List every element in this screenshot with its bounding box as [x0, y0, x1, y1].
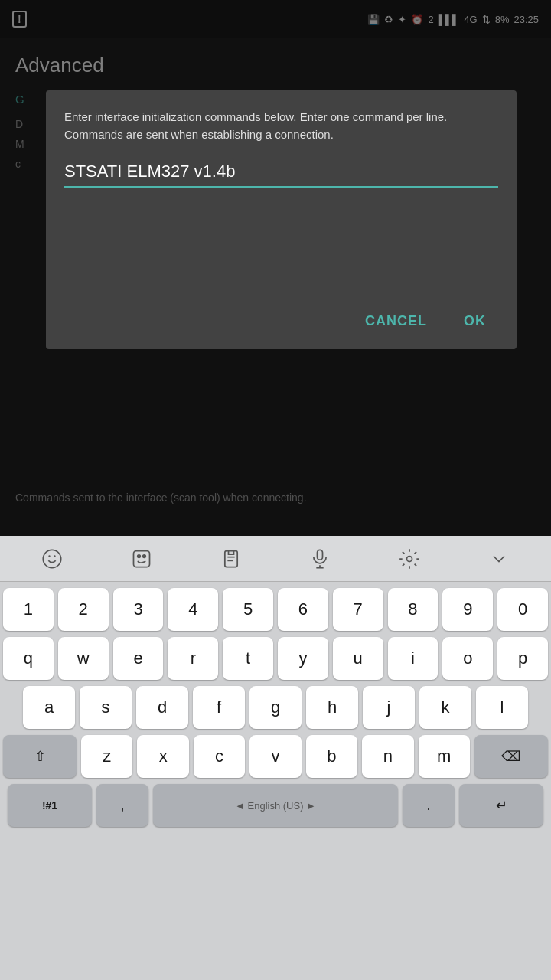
key-0[interactable]: 0 — [497, 588, 548, 631]
key-w[interactable]: w — [58, 637, 109, 680]
key-b[interactable]: b — [306, 735, 357, 778]
microphone-icon — [309, 548, 331, 570]
key-k[interactable]: k — [419, 686, 471, 729]
svg-rect-9 — [318, 550, 323, 560]
collapse-button[interactable] — [479, 542, 519, 576]
keyboard-rows: 1 2 3 4 5 6 7 8 9 0 q w e r t y u i o p … — [0, 582, 551, 836]
key-s[interactable]: s — [80, 686, 132, 729]
sticker-button[interactable] — [122, 542, 161, 576]
emoji-icon — [41, 548, 63, 570]
key-d[interactable]: d — [136, 686, 188, 729]
key-z[interactable]: z — [81, 735, 132, 778]
command-input[interactable] — [64, 158, 498, 185]
key-q[interactable]: q — [3, 637, 54, 680]
key-h[interactable]: h — [306, 686, 358, 729]
svg-point-12 — [406, 556, 412, 561]
backspace-key[interactable]: ⌫ — [474, 735, 548, 778]
dialog-input-area[interactable] — [64, 158, 498, 188]
svg-point-0 — [44, 550, 61, 567]
symbols-key[interactable]: !#1 — [8, 784, 92, 827]
key-n[interactable]: n — [362, 735, 413, 778]
key-f[interactable]: f — [193, 686, 245, 729]
key-6[interactable]: 6 — [278, 588, 328, 631]
svg-rect-3 — [133, 550, 149, 567]
key-j[interactable]: j — [363, 686, 415, 729]
asdf-row: a s d f g h j k l — [3, 686, 548, 729]
svg-point-5 — [143, 554, 146, 557]
dialog-spacer — [64, 200, 498, 299]
dialog: Enter interface initialization commands … — [46, 90, 517, 349]
key-u[interactable]: u — [333, 637, 383, 680]
dialog-description: Enter interface initialization commands … — [64, 109, 498, 143]
key-4[interactable]: 4 — [168, 588, 218, 631]
zxcv-row: ⇧ z x c v b n m ⌫ — [3, 735, 548, 778]
sticker-icon — [131, 548, 152, 570]
key-t[interactable]: t — [223, 637, 273, 680]
key-5[interactable]: 5 — [223, 588, 273, 631]
svg-point-4 — [138, 554, 141, 557]
enter-key[interactable]: ↵ — [459, 784, 543, 827]
key-x[interactable]: x — [137, 735, 188, 778]
key-i[interactable]: i — [388, 637, 439, 680]
key-y[interactable]: y — [278, 637, 328, 680]
bottom-row: !#1 , ◄ English (US) ► . ↵ — [3, 784, 548, 827]
keyboard-toolbar — [0, 536, 551, 582]
microphone-button[interactable] — [300, 542, 340, 576]
space-key[interactable]: ◄ English (US) ► — [153, 784, 398, 827]
key-m[interactable]: m — [419, 735, 470, 778]
key-8[interactable]: 8 — [388, 588, 439, 631]
key-o[interactable]: o — [442, 637, 493, 680]
cancel-button[interactable]: CANCEL — [353, 305, 439, 337]
key-c[interactable]: c — [194, 735, 245, 778]
key-3[interactable]: 3 — [113, 588, 164, 631]
key-7[interactable]: 7 — [333, 588, 383, 631]
shift-key[interactable]: ⇧ — [3, 735, 77, 778]
keyboard: 1 2 3 4 5 6 7 8 9 0 q w e r t y u i o p … — [0, 536, 551, 980]
key-1[interactable]: 1 — [3, 588, 54, 631]
ok-button[interactable]: OK — [452, 305, 498, 337]
key-g[interactable]: g — [249, 686, 302, 729]
input-underline — [64, 186, 498, 188]
key-a[interactable]: a — [23, 686, 75, 729]
qwerty-row: q w e r t y u i o p — [3, 637, 548, 680]
key-l[interactable]: l — [476, 686, 528, 729]
chevron-down-icon — [488, 548, 510, 570]
gear-icon — [399, 548, 420, 570]
emoji-button[interactable] — [32, 542, 72, 576]
settings-button[interactable] — [390, 542, 429, 576]
dialog-buttons: CANCEL OK — [64, 299, 498, 337]
key-2[interactable]: 2 — [58, 588, 109, 631]
key-r[interactable]: r — [168, 637, 218, 680]
clipboard-button[interactable] — [211, 542, 251, 576]
number-row: 1 2 3 4 5 6 7 8 9 0 — [3, 588, 548, 631]
clipboard-icon — [220, 548, 242, 570]
period-key[interactable]: . — [403, 784, 455, 827]
comma-key[interactable]: , — [96, 784, 148, 827]
key-e[interactable]: e — [113, 637, 164, 680]
key-v[interactable]: v — [249, 735, 301, 778]
key-9[interactable]: 9 — [442, 588, 493, 631]
key-p[interactable]: p — [497, 637, 548, 680]
